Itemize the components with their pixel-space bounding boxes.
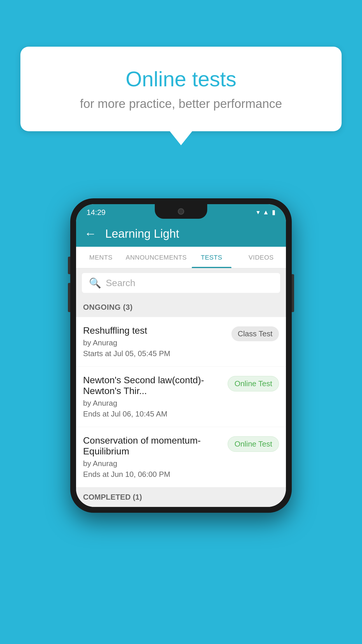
test-date-2: Ends at Jul 06, 10:45 AM <box>83 410 223 419</box>
test-badge-3: Online Test <box>228 436 279 452</box>
tab-announcements[interactable]: ANNOUNCEMENTS <box>126 247 187 268</box>
completed-header-text: COMPLETED (1) <box>83 493 142 501</box>
phone-btn-vol-down <box>68 283 70 312</box>
signal-icon: ▲ <box>263 209 269 216</box>
wifi-icon: ▾ <box>256 209 260 216</box>
test-name-3: Conservation of momentum-Equilibrium <box>83 435 223 457</box>
search-input[interactable]: 🔍 Search <box>82 273 280 293</box>
test-date-3: Ends at Jun 10, 06:00 PM <box>83 470 223 479</box>
test-author-3: by Anurag <box>83 459 223 468</box>
phone-outer: 14:29 ▾ ▲ ▮ ← Learning Light MENTS <box>70 198 292 513</box>
phone-btn-power <box>292 274 294 312</box>
phone-camera <box>178 208 184 215</box>
test-name-2: Newton's Second law(contd)-Newton's Thir… <box>83 375 223 396</box>
status-icons: ▾ ▲ ▮ <box>256 209 275 216</box>
test-info-3: Conservation of momentum-Equilibrium by … <box>83 435 223 479</box>
test-info-1: Reshuffling test by Anurag Starts at Jul… <box>83 325 227 358</box>
bubble-subtitle: for more practice, better performance <box>38 97 324 111</box>
ongoing-section-header: ONGOING (3) <box>76 298 286 317</box>
test-info-2: Newton's Second law(contd)-Newton's Thir… <box>83 375 223 419</box>
speech-bubble-arrow <box>169 131 193 145</box>
test-item-2[interactable]: Newton's Second law(contd)-Newton's Thir… <box>76 367 286 427</box>
test-name-1: Reshuffling test <box>83 325 227 336</box>
bubble-title: Online tests <box>38 67 324 91</box>
test-item-3[interactable]: Conservation of momentum-Equilibrium by … <box>76 427 286 487</box>
tabs-bar: MENTS ANNOUNCEMENTS TESTS VIDEOS <box>76 247 286 268</box>
phone-screen: 14:29 ▾ ▲ ▮ ← Learning Light MENTS <box>76 204 286 507</box>
search-placeholder-text: Search <box>106 278 135 288</box>
test-badge-1: Class Test <box>231 326 279 341</box>
speech-bubble-wrapper: Online tests for more practice, better p… <box>20 47 342 145</box>
phone-notch <box>155 204 207 219</box>
tab-tests[interactable]: TESTS <box>187 247 236 268</box>
test-date-1: Starts at Jul 05, 05:45 PM <box>83 349 227 358</box>
phone-wrapper: 14:29 ▾ ▲ ▮ ← Learning Light MENTS <box>70 198 292 513</box>
phone-btn-vol-up <box>68 257 70 274</box>
tab-ments[interactable]: MENTS <box>76 247 126 268</box>
ongoing-header-text: ONGOING (3) <box>83 303 133 312</box>
status-time: 14:29 <box>87 208 106 217</box>
test-item-1[interactable]: Reshuffling test by Anurag Starts at Jul… <box>76 317 286 367</box>
app-bar-title: Learning Light <box>105 227 179 240</box>
test-badge-2: Online Test <box>228 376 279 391</box>
tab-videos[interactable]: VIDEOS <box>236 247 286 268</box>
test-list: Reshuffling test by Anurag Starts at Jul… <box>76 317 286 487</box>
app-bar: ← Learning Light <box>76 220 286 247</box>
search-icon: 🔍 <box>89 277 101 289</box>
search-container: 🔍 Search <box>76 268 286 298</box>
test-author-1: by Anurag <box>83 338 227 347</box>
completed-section-header: COMPLETED (1) <box>76 487 286 507</box>
test-author-2: by Anurag <box>83 399 223 408</box>
battery-icon: ▮ <box>272 209 275 216</box>
background: Online tests for more practice, better p… <box>0 0 362 644</box>
speech-bubble: Online tests for more practice, better p… <box>20 47 342 131</box>
back-button[interactable]: ← <box>84 227 96 241</box>
